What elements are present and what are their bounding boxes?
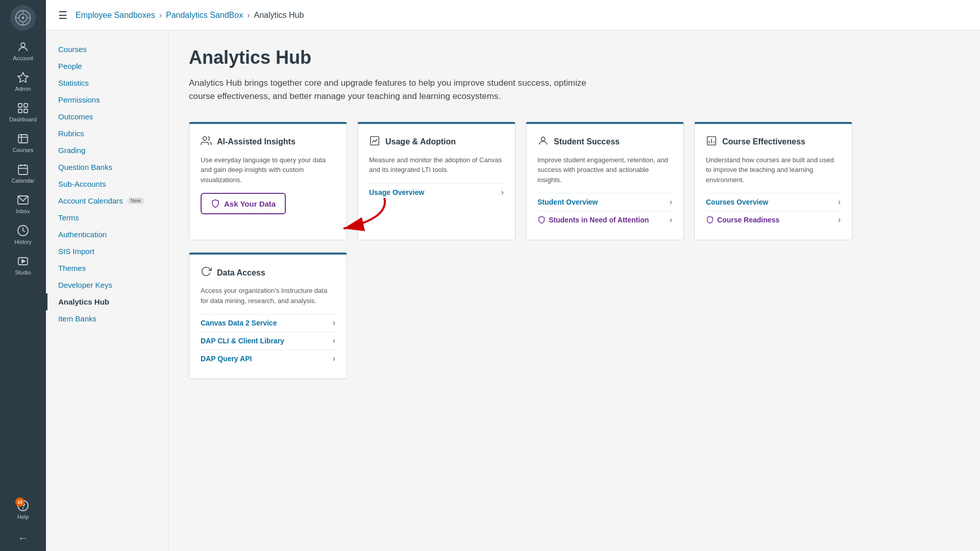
student-overview-link[interactable]: Student Overview › xyxy=(537,193,672,211)
nav-item-account[interactable]: Account xyxy=(0,36,46,66)
sidebar-item-people[interactable]: People xyxy=(46,58,168,74)
svg-rect-12 xyxy=(18,135,28,143)
card-title-ai: AI-Assisted Insights xyxy=(217,137,296,146)
sidebar-item-developer-keys[interactable]: Developer Keys xyxy=(46,277,168,293)
svg-point-7 xyxy=(21,43,25,47)
students-in-need-link[interactable]: Students in Need of Attention › xyxy=(537,211,672,229)
card-header-course-eff: Course Effectiveness xyxy=(706,135,841,149)
sidebar-item-item-banks[interactable]: Item Banks xyxy=(46,310,168,327)
usage-icon xyxy=(369,135,380,149)
card-desc-usage: Measure and monitor the adoption of Canv… xyxy=(369,155,504,175)
sidebar-item-permissions[interactable]: Permissions xyxy=(46,91,168,108)
sidebar-item-account-calendars[interactable]: Account Calendars New xyxy=(46,192,168,209)
svg-marker-22 xyxy=(22,260,25,263)
ai-icon xyxy=(201,135,212,149)
svg-rect-9 xyxy=(24,104,28,107)
card-title-student: Student Success xyxy=(554,137,620,146)
hamburger-icon[interactable]: ☰ xyxy=(58,9,67,21)
svg-rect-15 xyxy=(18,165,28,174)
sidebar-item-sis-import[interactable]: SIS Import xyxy=(46,243,168,260)
nav-item-calendar[interactable]: Calendar xyxy=(0,158,46,189)
nav-help-label: Help xyxy=(17,514,29,520)
sidebar: Courses People Statistics Permissions Ou… xyxy=(46,31,168,551)
breadcrumb-sep-1: › xyxy=(159,11,162,20)
breadcrumb-pandalytics-sandbox[interactable]: Pandalytics SandBox xyxy=(166,11,243,20)
course-eff-icon xyxy=(706,135,717,149)
nav-studio-label: Studio xyxy=(15,269,31,276)
app-logo[interactable] xyxy=(10,5,36,31)
course-readiness-label: Course Readiness xyxy=(717,216,779,224)
course-readiness-chevron: › xyxy=(838,215,841,224)
nav-item-courses[interactable]: Courses xyxy=(0,128,46,158)
student-overview-chevron: › xyxy=(670,197,672,207)
cards-row-1: AI-Assisted Insights Use everyday langua… xyxy=(189,122,960,241)
nav-dashboard-label: Dashboard xyxy=(9,116,37,122)
dap-cli-client-library-link[interactable]: DAP CLI & Client Library › xyxy=(201,332,335,349)
dap-cli-chevron: › xyxy=(333,336,335,345)
sidebar-item-authentication[interactable]: Authentication xyxy=(46,226,168,243)
dap-query-api-link[interactable]: DAP Query API › xyxy=(201,349,335,367)
card-header-student: Student Success xyxy=(537,135,672,149)
nav-item-admin[interactable]: Admin xyxy=(0,66,46,97)
sidebar-item-analytics-hub[interactable]: Analytics Hub xyxy=(46,293,168,310)
card-desc-course-eff: Understand how courses are built and use… xyxy=(706,155,841,185)
usage-overview-chevron: › xyxy=(501,188,504,197)
sidebar-item-grading[interactable]: Grading xyxy=(46,142,168,159)
card-usage-adoption: Usage & Adoption Measure and monitor the… xyxy=(357,122,516,241)
courses-overview-link[interactable]: Courses Overview › xyxy=(706,193,841,211)
nav-item-history[interactable]: History xyxy=(0,219,46,250)
breadcrumb-sep-2: › xyxy=(247,11,250,20)
card-ai-assisted-insights: AI-Assisted Insights Use everyday langua… xyxy=(189,122,347,241)
page-description: Analytics Hub brings together core and u… xyxy=(189,77,587,104)
data-access-icon xyxy=(201,266,212,280)
course-readiness-link[interactable]: Course Readiness › xyxy=(706,211,841,229)
card-course-effectiveness: Course Effectiveness Understand how cour… xyxy=(694,122,852,241)
main-content: Analytics Hub Analytics Hub brings toget… xyxy=(168,31,980,551)
sidebar-item-statistics[interactable]: Statistics xyxy=(46,74,168,91)
nav-item-studio[interactable]: Studio xyxy=(0,250,46,281)
sidebar-item-sub-accounts[interactable]: Sub-Accounts xyxy=(46,176,168,192)
sidebar-item-outcomes[interactable]: Outcomes xyxy=(46,108,168,125)
nav-item-dashboard[interactable]: Dashboard xyxy=(0,97,46,128)
canvas-data-2-chevron: › xyxy=(333,318,335,328)
breadcrumb-employee-sandboxes[interactable]: Employee Sandboxes xyxy=(76,11,155,20)
sidebar-item-rubrics[interactable]: Rubrics xyxy=(46,125,168,142)
nav-back-button[interactable]: ← xyxy=(14,525,32,551)
card-title-data-access: Data Access xyxy=(217,268,265,278)
nav-calendar-label: Calendar xyxy=(12,178,35,184)
students-in-need-chevron: › xyxy=(670,215,672,224)
svg-point-24 xyxy=(23,508,23,509)
nav-rail: Account Admin Dashboard Courses xyxy=(0,0,46,551)
student-icon xyxy=(537,135,549,149)
annotation-container: Ask Your Data xyxy=(201,193,335,214)
ask-your-data-label: Ask Your Data xyxy=(224,199,276,208)
courses-overview-chevron: › xyxy=(838,197,841,207)
nav-item-inbox[interactable]: Inbox xyxy=(0,189,46,219)
nav-item-help[interactable]: 10 Help xyxy=(14,494,32,525)
card-desc-student: Improve student engagement, retention, a… xyxy=(537,155,672,185)
canvas-data-2-service-link[interactable]: Canvas Data 2 Service › xyxy=(201,314,335,332)
svg-point-25 xyxy=(203,136,207,140)
card-data-access: Data Access Access your organization's I… xyxy=(189,253,347,379)
svg-rect-8 xyxy=(18,104,22,107)
svg-rect-10 xyxy=(18,109,22,113)
nav-admin-label: Admin xyxy=(15,86,31,92)
nav-history-label: History xyxy=(14,239,32,245)
ask-your-data-button[interactable]: Ask Your Data xyxy=(201,193,286,214)
topbar: ☰ Employee Sandboxes › Pandalytics SandB… xyxy=(46,0,980,31)
card-header-ai: AI-Assisted Insights xyxy=(201,135,335,149)
dap-query-api-chevron: › xyxy=(333,354,335,363)
card-desc-data-access: Access your organization's Instructure d… xyxy=(201,286,335,306)
sidebar-item-courses[interactable]: Courses xyxy=(46,41,168,58)
sidebar-item-themes[interactable]: Themes xyxy=(46,260,168,277)
breadcrumb-analytics-hub: Analytics Hub xyxy=(254,11,304,20)
svg-rect-11 xyxy=(24,109,28,113)
card-student-success: Student Success Improve student engageme… xyxy=(526,122,684,241)
content-area: Courses People Statistics Permissions Ou… xyxy=(46,31,980,551)
sidebar-item-terms[interactable]: Terms xyxy=(46,209,168,226)
sidebar-item-question-banks[interactable]: Question Banks xyxy=(46,159,168,176)
card-header-data-access: Data Access xyxy=(201,266,335,280)
usage-overview-link[interactable]: Usage Overview › xyxy=(369,183,504,201)
svg-point-28 xyxy=(541,137,545,140)
card-title-usage: Usage & Adoption xyxy=(385,137,456,146)
